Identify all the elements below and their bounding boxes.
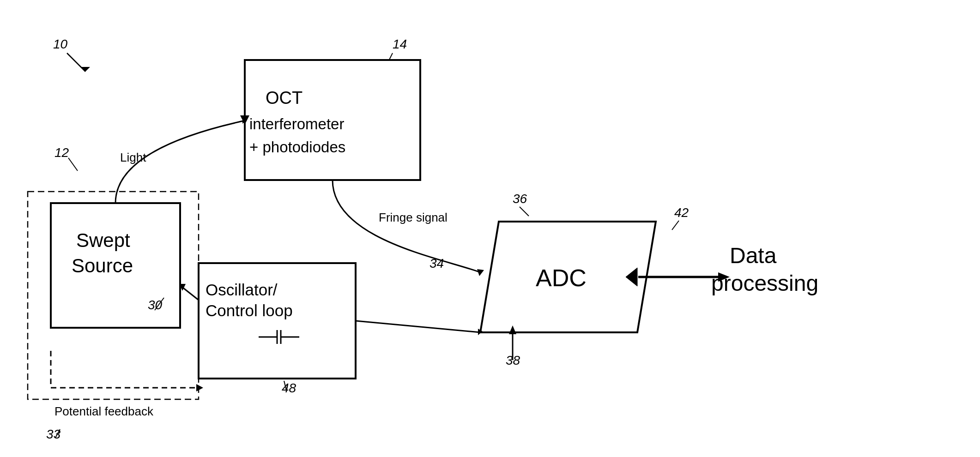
oscillator-line1: Oscillator/ xyxy=(206,281,278,299)
ref-42: 42 xyxy=(674,205,689,220)
svg-marker-30 xyxy=(196,384,203,391)
light-label: Light xyxy=(120,150,146,164)
ref-48: 48 xyxy=(282,381,296,395)
ref-14: 14 xyxy=(393,37,407,51)
swept-source-line1: Swept xyxy=(76,229,130,251)
adc-label: ADC xyxy=(536,265,587,291)
potential-feedback-label: Potential feedback xyxy=(54,404,154,418)
oct-line1: OCT xyxy=(266,88,302,108)
data-processing-line1: Data xyxy=(730,243,777,268)
svg-line-13 xyxy=(520,207,529,216)
svg-marker-1 xyxy=(81,67,90,72)
fringe-signal-label: Fringe signal xyxy=(379,210,448,224)
diagram-container: 10 12 Swept Source 14 OCT interferometer… xyxy=(0,0,980,457)
ref-36: 36 xyxy=(513,192,527,206)
data-processing-line2: processing xyxy=(711,271,818,295)
svg-line-22 xyxy=(181,286,199,300)
oct-line3: + photodiodes xyxy=(249,138,345,156)
ref-12: 12 xyxy=(54,145,69,160)
svg-line-2 xyxy=(68,158,78,171)
svg-marker-21 xyxy=(477,269,484,276)
svg-line-24 xyxy=(356,321,480,332)
ref-10: 10 xyxy=(53,37,68,51)
swept-source-line2: Source xyxy=(72,255,133,277)
oscillator-line2: Control loop xyxy=(206,301,293,319)
oct-line2: interferometer xyxy=(249,115,344,132)
ref-33: 33 xyxy=(46,427,61,441)
svg-line-15 xyxy=(672,221,679,230)
